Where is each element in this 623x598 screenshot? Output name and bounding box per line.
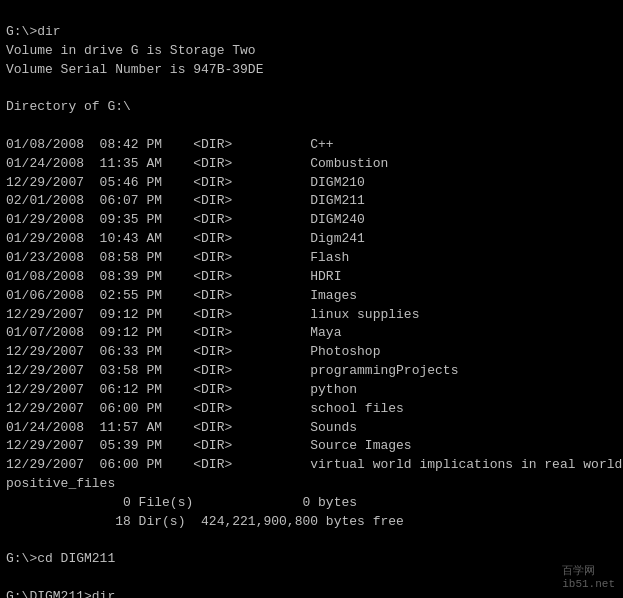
terminal-line: 12/29/2007 06:12 PM <DIR> python — [6, 381, 617, 400]
terminal-line — [6, 117, 617, 136]
watermark: 百学网 ib51.net — [562, 563, 615, 590]
terminal-line: 12/29/2007 05:46 PM <DIR> DIGM210 — [6, 174, 617, 193]
terminal-line: G:\>cd DIGM211 — [6, 550, 617, 569]
terminal-line: 01/29/2008 09:35 PM <DIR> DIGM240 — [6, 211, 617, 230]
terminal-line: 01/23/2008 08:58 PM <DIR> Flash — [6, 249, 617, 268]
terminal-line: 01/24/2008 11:57 AM <DIR> Sounds — [6, 419, 617, 438]
watermark-text1: 百学网 — [562, 565, 595, 577]
terminal-line: 12/29/2007 03:58 PM <DIR> programmingPro… — [6, 362, 617, 381]
terminal-line — [6, 79, 617, 98]
terminal-line: 18 Dir(s) 424,221,900,800 bytes free — [6, 513, 617, 532]
terminal-line — [6, 532, 617, 551]
terminal-line: 12/29/2007 05:39 PM <DIR> Source Images — [6, 437, 617, 456]
terminal-line: 01/08/2008 08:39 PM <DIR> HDRI — [6, 268, 617, 287]
terminal-line: 01/08/2008 08:42 PM <DIR> C++ — [6, 136, 617, 155]
terminal-line: 12/29/2007 06:00 PM <DIR> school files — [6, 400, 617, 419]
terminal-line — [6, 569, 617, 588]
terminal-line: 01/29/2008 10:43 AM <DIR> Digm241 — [6, 230, 617, 249]
terminal-window: G:\>dirVolume in drive G is Storage TwoV… — [6, 4, 617, 598]
terminal-line: G:\>dir — [6, 23, 617, 42]
terminal-line: Volume Serial Number is 947B-39DE — [6, 61, 617, 80]
terminal-line: 12/29/2007 06:00 PM <DIR> virtual world … — [6, 456, 617, 475]
terminal-line: 01/24/2008 11:35 AM <DIR> Combustion — [6, 155, 617, 174]
terminal-line: Volume in drive G is Storage Two — [6, 42, 617, 61]
terminal-line: Directory of G:\ — [6, 98, 617, 117]
watermark-text2: ib51.net — [562, 578, 615, 590]
terminal-line: positive_files — [6, 475, 617, 494]
terminal-line: 01/06/2008 02:55 PM <DIR> Images — [6, 287, 617, 306]
terminal-line: G:\DIGM211>dir — [6, 588, 617, 598]
terminal-line: 01/07/2008 09:12 PM <DIR> Maya — [6, 324, 617, 343]
terminal-line: 02/01/2008 06:07 PM <DIR> DIGM211 — [6, 192, 617, 211]
terminal-line: 12/29/2007 09:12 PM <DIR> linux supplies — [6, 306, 617, 325]
terminal-line: 12/29/2007 06:33 PM <DIR> Photoshop — [6, 343, 617, 362]
terminal-line: 0 File(s) 0 bytes — [6, 494, 617, 513]
